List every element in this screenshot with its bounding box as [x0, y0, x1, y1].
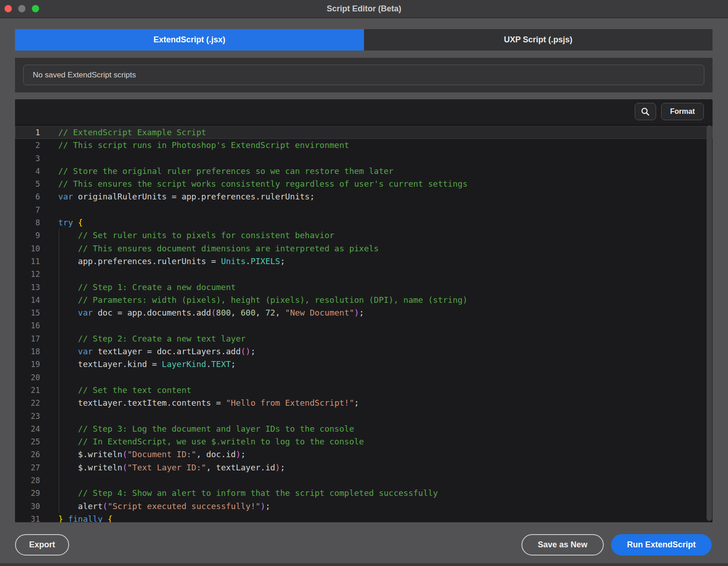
code-line[interactable]: 7	[15, 204, 713, 216]
editor-scrollbar[interactable]	[706, 124, 713, 522]
code-line[interactable]: 6var originalRulerUnits = app.preference…	[15, 190, 713, 203]
code-line[interactable]: 15 var doc = app.documents.add(800, 600,…	[15, 306, 713, 319]
code-line[interactable]: 13 // Step 1: Create a new document	[15, 281, 713, 294]
line-number: 26	[15, 448, 40, 461]
line-number: 8	[15, 216, 40, 229]
code-line[interactable]: 10 // This ensures document dimensions a…	[15, 242, 713, 255]
search-button[interactable]	[635, 103, 656, 120]
code-text: // In ExtendScript, we use $.writeln to …	[58, 435, 364, 448]
save-as-new-button[interactable]: Save as New	[521, 534, 604, 556]
line-number: 11	[15, 255, 40, 268]
code-text: // This ensures document dimensions are …	[58, 242, 379, 255]
code-line[interactable]: 8try {	[15, 216, 713, 229]
code-line[interactable]: 26 $.writeln("Document ID:", doc.id);	[15, 448, 713, 461]
line-number: 28	[15, 474, 40, 487]
tab-extendscript-label: ExtendScript (.jsx)	[153, 35, 225, 45]
window-bottom-edge	[0, 563, 728, 566]
saved-scripts-dropdown[interactable]: No saved ExtendScript scripts	[23, 65, 704, 85]
line-number: 20	[15, 371, 40, 384]
run-button-label: Run ExtendScript	[627, 540, 696, 550]
code-line[interactable]: 5// This ensures the script works consis…	[15, 178, 713, 190]
line-number: 15	[15, 306, 40, 319]
code-line[interactable]: 21 // Set the text content	[15, 384, 713, 397]
code-text: // Step 1: Create a new document	[58, 281, 236, 294]
line-number: 12	[15, 268, 40, 280]
line-number: 13	[15, 281, 40, 294]
run-extendscript-button[interactable]: Run ExtendScript	[611, 534, 712, 556]
tab-uxp-label: UXP Script (.psjs)	[504, 35, 572, 45]
code-line[interactable]: 18 var textLayer = doc.artLayers.add();	[15, 345, 713, 358]
format-button-label: Format	[670, 107, 695, 116]
code-text: // Store the original ruler preferences …	[58, 165, 394, 178]
line-number: 17	[15, 332, 40, 345]
line-number: 25	[15, 435, 40, 448]
code-lines: 1// ExtendScript Example Script2// This …	[15, 126, 713, 522]
code-line[interactable]: 27 $.writeln("Text Layer ID:", textLayer…	[15, 461, 713, 474]
export-button-label: Export	[29, 540, 55, 550]
line-number: 23	[15, 410, 40, 423]
saved-scripts-section: No saved ExtendScript scripts	[15, 58, 713, 92]
line-number: 4	[15, 165, 40, 178]
code-text: } finally {	[58, 513, 112, 522]
code-line[interactable]: 2// This script runs in Photoshop's Exte…	[15, 139, 713, 152]
code-line[interactable]: 11 app.preferences.rulerUnits = Units.PI…	[15, 255, 713, 268]
code-editor[interactable]: 1// ExtendScript Example Script2// This …	[15, 124, 713, 522]
export-button[interactable]: Export	[15, 534, 69, 556]
line-number: 31	[15, 513, 40, 522]
code-line[interactable]: 4// Store the original ruler preferences…	[15, 165, 713, 178]
code-text: // Step 4: Show an alert to inform that …	[58, 487, 438, 500]
line-number: 5	[15, 178, 40, 190]
code-text: try {	[58, 216, 83, 229]
window-title: Script Editor (Beta)	[0, 0, 728, 17]
code-line[interactable]: 24 // Step 3: Log the document and layer…	[15, 423, 713, 435]
code-line[interactable]: 23	[15, 410, 713, 423]
line-number: 2	[15, 139, 40, 152]
code-line[interactable]: 30 alert("Script executed successfully!"…	[15, 500, 713, 513]
titlebar: Script Editor (Beta)	[0, 0, 728, 18]
line-number: 6	[15, 190, 40, 203]
editor-scrollbar-thumb[interactable]	[707, 125, 712, 521]
line-number: 16	[15, 319, 40, 332]
line-number: 27	[15, 461, 40, 474]
line-number: 30	[15, 500, 40, 513]
code-line[interactable]: 17 // Step 2: Create a new text layer	[15, 332, 713, 345]
code-text: // ExtendScript Example Script	[58, 126, 206, 139]
code-line[interactable]: 3	[15, 152, 713, 165]
code-text: textLayer.kind = LayerKind.TEXT;	[58, 358, 236, 371]
line-number: 14	[15, 294, 40, 306]
code-text: // This ensures the script works consist…	[58, 178, 467, 190]
code-text: // Parameters: width (pixels), height (p…	[58, 294, 467, 306]
code-line[interactable]: 14 // Parameters: width (pixels), height…	[15, 294, 713, 306]
code-line[interactable]: 20	[15, 371, 713, 384]
code-text: alert("Script executed successfully!");	[58, 500, 270, 513]
line-number: 19	[15, 358, 40, 371]
code-line[interactable]: 29 // Step 4: Show an alert to inform th…	[15, 487, 713, 500]
script-type-tabs: ExtendScript (.jsx) UXP Script (.psjs)	[15, 29, 713, 51]
tab-uxp[interactable]: UXP Script (.psjs)	[364, 29, 713, 51]
code-line[interactable]: 19 textLayer.kind = LayerKind.TEXT;	[15, 358, 713, 371]
line-number: 7	[15, 204, 40, 216]
code-text: app.preferences.rulerUnits = Units.PIXEL…	[58, 255, 285, 268]
code-line[interactable]: 31} finally {	[15, 513, 713, 522]
code-text: $.writeln("Document ID:", doc.id);	[58, 448, 246, 461]
format-button[interactable]: Format	[661, 103, 704, 120]
save-as-new-button-label: Save as New	[538, 540, 587, 550]
code-line[interactable]: 12	[15, 268, 713, 280]
indent-guide	[59, 229, 59, 513]
code-line[interactable]: 22 textLayer.textItem.contents = "Hello …	[15, 397, 713, 409]
code-line[interactable]: 9 // Set ruler units to pixels for consi…	[15, 229, 713, 242]
code-text	[58, 204, 63, 216]
line-number: 18	[15, 345, 40, 358]
line-number: 21	[15, 384, 40, 397]
code-text: // Step 2: Create a new text layer	[58, 332, 246, 345]
code-text: var textLayer = doc.artLayers.add();	[58, 345, 256, 358]
code-line[interactable]: 1// ExtendScript Example Script	[15, 126, 713, 139]
line-number: 3	[15, 152, 40, 165]
line-number: 9	[15, 229, 40, 242]
code-line[interactable]: 16	[15, 319, 713, 332]
code-text: // Set ruler units to pixels for consist…	[58, 229, 334, 242]
code-line[interactable]: 28	[15, 474, 713, 487]
tab-extendscript[interactable]: ExtendScript (.jsx)	[15, 29, 364, 51]
code-text: var originalRulerUnits = app.preferences…	[58, 190, 315, 203]
code-line[interactable]: 25 // In ExtendScript, we use $.writeln …	[15, 435, 713, 448]
